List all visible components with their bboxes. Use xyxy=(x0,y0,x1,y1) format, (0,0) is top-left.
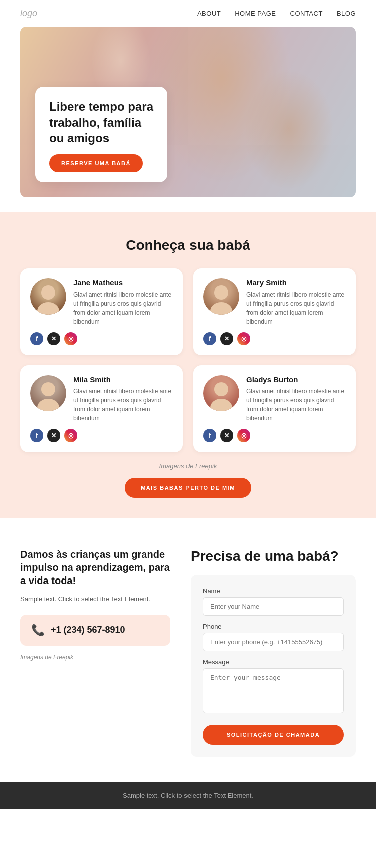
reserve-baba-button[interactable]: RESERVE UMA BABÁ xyxy=(49,154,143,172)
baba-card-1: Jane Matheus Glavi amet ritnisl libero m… xyxy=(20,268,183,355)
baba-name-2: Mary Smith xyxy=(246,278,346,287)
baba-desc-1: Glavi amet ritnisl libero molestie ante … xyxy=(73,290,173,326)
twitter-icon-3[interactable]: ✕ xyxy=(47,429,60,442)
phone-card: 📞 +1 (234) 567-8910 xyxy=(20,615,170,646)
instagram-icon-2[interactable]: ◎ xyxy=(237,332,250,345)
contact-right: Precisa de uma babá? Name Phone Message … xyxy=(191,548,356,757)
footer: Sample text. Click to select the Text El… xyxy=(0,782,376,809)
nav-about[interactable]: ABOUT xyxy=(197,10,221,17)
babas-grid: Jane Matheus Glavi amet ritnisl libero m… xyxy=(20,268,356,452)
baba-avatar-1 xyxy=(30,278,66,315)
twitter-icon-1[interactable]: ✕ xyxy=(47,332,60,345)
babas-heading: Conheça sua babá xyxy=(20,237,356,253)
contact-left-body: Sample text. Click to select the Text El… xyxy=(20,594,170,605)
hero-text-card: Libere tempo para trabalho, família ou a… xyxy=(35,87,167,182)
contact-left-heading: Damos às crianças um grande impulso na a… xyxy=(20,548,170,587)
name-input[interactable] xyxy=(203,597,344,616)
baba-desc-4: Glavi amet ritnisl libero molestie ante … xyxy=(246,387,346,423)
baba-avatar-3 xyxy=(30,375,66,411)
hero-heading: Libere tempo para trabalho, família ou a… xyxy=(49,99,153,146)
logo: logo xyxy=(20,8,37,19)
name-label: Name xyxy=(203,587,344,595)
facebook-icon-4[interactable]: f xyxy=(203,429,216,442)
more-babas-button[interactable]: MAIS BABÁS PERTO DE MIM xyxy=(125,478,251,498)
nav-links: ABOUT HOME PAGE CONTACT BLOG xyxy=(197,10,356,17)
hero-section: Libere tempo para trabalho, família ou a… xyxy=(20,27,356,197)
twitter-icon-4[interactable]: ✕ xyxy=(220,429,233,442)
nav-home[interactable]: HOME PAGE xyxy=(235,10,276,17)
phone-input[interactable] xyxy=(203,633,344,651)
baba-desc-3: Glavi amet ritnisl libero molestie ante … xyxy=(73,387,173,423)
contact-right-heading: Precisa de uma babá? xyxy=(191,548,356,565)
submit-button[interactable]: SOLICITAÇÃO DE CHAMADA xyxy=(203,725,344,745)
message-input[interactable] xyxy=(203,668,344,713)
nav-blog[interactable]: BLOG xyxy=(337,10,356,17)
babas-section: Conheça sua babá Jane Matheus Glavi amet… xyxy=(0,212,376,518)
nav-contact[interactable]: CONTACT xyxy=(290,10,323,17)
twitter-icon-2[interactable]: ✕ xyxy=(220,332,233,345)
baba-card-3: Mila Smith Glavi amet ritnisl libero mol… xyxy=(20,365,183,452)
babas-image-credit: Imagens de Freepik xyxy=(20,462,356,470)
facebook-icon-1[interactable]: f xyxy=(30,332,43,345)
baba-avatar-4 xyxy=(203,375,239,411)
contact-left: Damos às crianças um grande impulso na a… xyxy=(20,548,170,672)
baba-name-4: Gladys Burton xyxy=(246,375,346,384)
baba-card-2: Mary Smith Glavi amet ritnisl libero mol… xyxy=(193,268,356,355)
phone-number: +1 (234) 567-8910 xyxy=(51,625,125,635)
instagram-icon-3[interactable]: ◎ xyxy=(64,429,77,442)
freepik-link-2[interactable]: Freepik xyxy=(53,654,73,661)
contact-form-card: Name Phone Message SOLICITAÇÃO DE CHAMAD… xyxy=(191,575,356,757)
facebook-icon-2[interactable]: f xyxy=(203,332,216,345)
message-label: Message xyxy=(203,658,344,666)
contact-image-credit: Imagens de Freepik xyxy=(20,653,170,662)
baba-desc-2: Glavi amet ritnisl libero molestie ante … xyxy=(246,290,346,326)
footer-text: Sample text. Click to select the Text El… xyxy=(20,792,356,799)
baba-name-1: Jane Matheus xyxy=(73,278,173,287)
facebook-icon-3[interactable]: f xyxy=(30,429,43,442)
instagram-icon-4[interactable]: ◎ xyxy=(237,429,250,442)
navigation: logo ABOUT HOME PAGE CONTACT BLOG xyxy=(0,0,376,27)
freepik-link-1[interactable]: Freepik xyxy=(195,462,217,470)
baba-name-3: Mila Smith xyxy=(73,375,173,384)
phone-label: Phone xyxy=(203,623,344,630)
instagram-icon-1[interactable]: ◎ xyxy=(64,332,77,345)
baba-card-4: Gladys Burton Glavi amet ritnisl libero … xyxy=(193,365,356,452)
baba-avatar-2 xyxy=(203,278,239,315)
phone-icon: 📞 xyxy=(31,624,45,637)
contact-section: Damos às crianças um grande impulso na a… xyxy=(0,518,376,782)
